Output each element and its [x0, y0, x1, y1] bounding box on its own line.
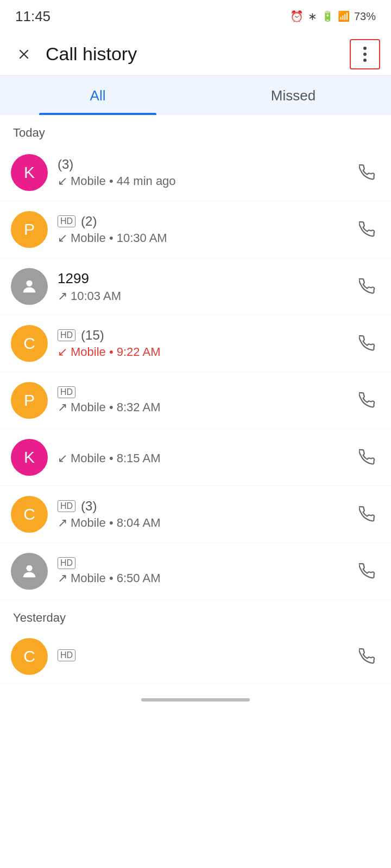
call-detail-text: Mobile • 6:50 AM: [71, 571, 160, 585]
avatar: C: [11, 325, 48, 362]
tab-all-label: All: [90, 87, 106, 104]
call-top: HD (15): [58, 328, 354, 343]
avatar: [11, 268, 48, 305]
call-button[interactable]: [354, 159, 380, 186]
call-info: ↙ Mobile • 8:15 AM: [58, 449, 354, 465]
three-dots-icon: [363, 47, 367, 62]
call-button[interactable]: [354, 273, 380, 299]
tab-missed[interactable]: Missed: [195, 76, 391, 115]
avatar: K: [11, 439, 48, 476]
call-detail: ↗ Mobile • 6:50 AM: [58, 571, 354, 585]
call-item[interactable]: C HD (3) ↗ Mobile • 8:04 AM: [0, 486, 391, 543]
page-title: Call history: [46, 43, 350, 65]
hd-badge: HD: [58, 215, 75, 227]
call-count: (2): [81, 214, 97, 229]
call-detail: ↙ Mobile • 10:30 AM: [58, 231, 354, 245]
close-button[interactable]: [11, 41, 37, 67]
incoming-arrow-icon: ↙: [58, 451, 67, 465]
section-today: Today: [0, 115, 391, 144]
call-detail: ↗ 10:03 AM: [58, 289, 354, 303]
outgoing-arrow-icon: ↗: [58, 289, 67, 303]
call-top: HD: [58, 649, 354, 661]
hd-badge: HD: [58, 386, 75, 398]
call-top: HD (2): [58, 214, 354, 229]
tab-bar: All Missed: [0, 76, 391, 115]
call-top: HD: [58, 557, 354, 569]
call-detail-text: Mobile • 44 min ago: [71, 174, 176, 188]
battery-percentage: 73%: [354, 10, 376, 23]
svg-point-3: [26, 565, 32, 571]
call-detail-text: Mobile • 8:32 AM: [71, 400, 160, 414]
avatar: K: [11, 154, 48, 191]
call-info: HD (15) ↙ Mobile • 9:22 AM: [58, 328, 354, 359]
signal-icon: 📶: [338, 10, 350, 22]
call-count: (3): [58, 157, 73, 172]
call-button[interactable]: [354, 501, 380, 527]
call-item[interactable]: 1299 ↗ 10:03 AM: [0, 258, 391, 315]
call-button[interactable]: [354, 330, 380, 356]
tab-missed-label: Missed: [271, 87, 316, 104]
status-time: 11:45: [15, 8, 51, 25]
battery-icon: 🔋: [321, 10, 333, 22]
incoming-arrow-icon: ↙: [58, 174, 67, 188]
missed-arrow-icon: ↙: [58, 345, 67, 359]
call-detail-text: Mobile • 8:15 AM: [71, 451, 160, 465]
call-top: (3): [58, 157, 354, 172]
section-yesterday: Yesterday: [0, 600, 391, 629]
call-item[interactable]: C HD (15) ↙ Mobile • 9:22 AM: [0, 315, 391, 372]
call-info: HD (3) ↗ Mobile • 8:04 AM: [58, 499, 354, 530]
call-button[interactable]: [354, 643, 380, 669]
call-button[interactable]: [354, 558, 380, 584]
hd-badge: HD: [58, 649, 75, 661]
call-info: HD ↗ Mobile • 8:32 AM: [58, 386, 354, 414]
hd-badge: HD: [58, 329, 75, 341]
call-detail-text: Mobile • 9:22 AM: [71, 345, 160, 359]
call-top: 1299: [58, 270, 354, 287]
bluetooth-icon: ∗: [308, 10, 317, 23]
avatar: [11, 553, 48, 590]
more-options-button[interactable]: [350, 39, 380, 69]
call-item[interactable]: K ↙ Mobile • 8:15 AM: [0, 429, 391, 486]
call-item[interactable]: HD ↗ Mobile • 6:50 AM: [0, 543, 391, 600]
call-item[interactable]: P HD ↗ Mobile • 8:32 AM: [0, 372, 391, 429]
call-info: HD ↗ Mobile • 6:50 AM: [58, 557, 354, 585]
call-button[interactable]: [354, 387, 380, 413]
outgoing-arrow-icon: ↗: [58, 516, 67, 530]
call-detail-text: 10:03 AM: [71, 289, 121, 303]
call-count: (15): [81, 328, 104, 343]
alarm-icon: ⏰: [290, 10, 304, 23]
call-button[interactable]: [354, 216, 380, 242]
avatar: P: [11, 211, 48, 248]
call-item[interactable]: C HD: [0, 629, 391, 684]
header: Call history: [0, 33, 391, 76]
call-detail: ↗ Mobile • 8:04 AM: [58, 516, 354, 530]
call-info: (3) ↙ Mobile • 44 min ago: [58, 157, 354, 188]
call-info: HD: [58, 649, 354, 663]
svg-point-2: [26, 280, 32, 286]
call-top: HD: [58, 386, 354, 398]
outgoing-arrow-icon: ↗: [58, 400, 67, 414]
avatar: C: [11, 496, 48, 533]
avatar: P: [11, 382, 48, 419]
hd-badge: HD: [58, 557, 75, 569]
call-detail-text: Mobile • 8:04 AM: [71, 516, 160, 530]
call-detail-text: Mobile • 10:30 AM: [71, 231, 167, 245]
outgoing-arrow-icon: ↗: [58, 571, 67, 585]
hd-badge: HD: [58, 500, 75, 512]
call-detail: ↙ Mobile • 9:22 AM: [58, 345, 354, 359]
call-detail: ↙ Mobile • 44 min ago: [58, 174, 354, 188]
call-info: HD (2) ↙ Mobile • 10:30 AM: [58, 214, 354, 245]
call-detail: ↙ Mobile • 8:15 AM: [58, 451, 354, 465]
avatar: C: [11, 638, 48, 675]
tab-indicator: [39, 113, 156, 115]
call-item[interactable]: P HD (2) ↙ Mobile • 10:30 AM: [0, 201, 391, 258]
call-item[interactable]: K (3) ↙ Mobile • 44 min ago: [0, 144, 391, 201]
call-info: 1299 ↗ 10:03 AM: [58, 270, 354, 303]
scroll-indicator: [141, 698, 250, 701]
call-count: (3): [81, 499, 97, 514]
incoming-arrow-icon: ↙: [58, 231, 67, 245]
status-bar: 11:45 ⏰ ∗ 🔋 📶 73%: [0, 0, 391, 33]
call-top: HD (3): [58, 499, 354, 514]
call-button[interactable]: [354, 444, 380, 470]
tab-all[interactable]: All: [0, 76, 195, 115]
